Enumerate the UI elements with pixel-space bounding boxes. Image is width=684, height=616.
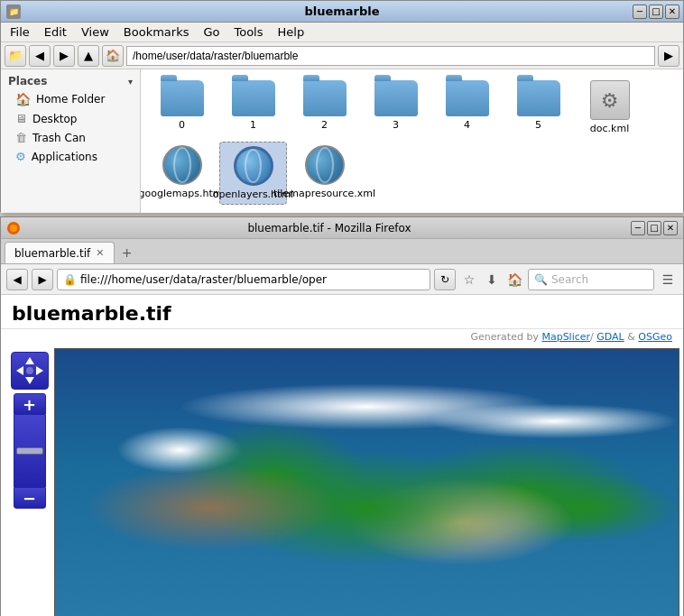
firefox-tabs: bluemarble.tif ✕ +	[1, 239, 683, 264]
folder-icon	[232, 80, 275, 116]
ff-maximize-button[interactable]: □	[647, 221, 661, 235]
close-button[interactable]: ✕	[665, 5, 679, 19]
list-item[interactable]: 0	[148, 77, 216, 138]
minimize-button[interactable]: −	[633, 5, 647, 19]
ff-close-button[interactable]: ✕	[663, 221, 678, 235]
zoom-in-button[interactable]: +	[14, 393, 46, 415]
list-item[interactable]: 2	[291, 77, 358, 138]
map-image[interactable]: 177.33336, 82.33334	[54, 348, 679, 616]
globe-icon	[234, 146, 273, 186]
list-item[interactable]: 4	[433, 77, 501, 138]
mapslicer-link[interactable]: MapSlicer	[541, 331, 590, 343]
list-item[interactable]: 5	[504, 77, 572, 138]
svg-marker-3	[25, 377, 34, 384]
osgeo-link[interactable]: OSGeo	[638, 331, 672, 343]
reload-button[interactable]: ↻	[434, 269, 456, 290]
list-item[interactable]: googlemaps.html	[148, 142, 216, 205]
list-item[interactable]: tilemapresource.xml	[291, 142, 358, 205]
address-go-button[interactable]: ▶	[658, 45, 679, 67]
kml-file-icon	[590, 80, 630, 120]
forward-button[interactable]: ▶	[53, 45, 75, 67]
page-header: bluemarble.tif	[1, 295, 683, 329]
titlebar-buttons: − □ ✕	[633, 5, 679, 19]
menu-go[interactable]: Go	[198, 23, 225, 41]
map-controls: + −	[5, 348, 54, 616]
home-ff-icon[interactable]: 🏠	[504, 270, 524, 290]
sidebar-arrow-icon: ▾	[128, 77, 133, 87]
gdal-link[interactable]: GDAL	[596, 331, 624, 343]
folder-icon	[161, 80, 204, 116]
list-item[interactable]: 1	[219, 77, 287, 138]
ff-minimize-button[interactable]: −	[631, 221, 645, 235]
list-item[interactable]: 3	[362, 77, 430, 138]
ff-titlebar-buttons: − □ ✕	[631, 221, 678, 235]
firefox-menu-button[interactable]: ☰	[658, 270, 678, 290]
new-tab-button[interactable]: +	[116, 242, 138, 263]
filemanager-window: 📁 bluemarble − □ ✕ File Edit View Bookma…	[0, 0, 684, 212]
new-folder-button[interactable]: 📁	[5, 45, 26, 67]
folder-icon	[303, 80, 347, 116]
filemanager-icon: 📁	[6, 5, 21, 19]
home-icon: 🏠	[15, 92, 31, 106]
sidebar-item-trash[interactable]: 🗑 Trash Can	[1, 128, 140, 147]
sidebar-item-applications[interactable]: ⚙ Applications	[1, 147, 140, 166]
menu-tools[interactable]: Tools	[228, 23, 268, 41]
firefox-content: bluemarble.tif Generated by MapSlicer/ G…	[1, 295, 683, 616]
up-button[interactable]: ▲	[78, 45, 99, 67]
svg-marker-4	[16, 366, 23, 375]
sidebar-item-desktop[interactable]: 🖥 Desktop	[1, 109, 140, 128]
address-bar[interactable]	[126, 46, 655, 66]
globe-icon	[162, 145, 202, 185]
home-nav-button[interactable]: 🏠	[102, 45, 124, 67]
tab-bluemarble[interactable]: bluemarble.tif ✕	[5, 242, 115, 263]
bookmark-star-icon[interactable]: ☆	[459, 270, 479, 290]
back-nav-button[interactable]: ◀	[6, 269, 28, 290]
filemanager-sidebar: Places ▾ 🏠 Home Folder 🖥 Desktop 🗑 Trash…	[1, 69, 141, 213]
folder-icon	[517, 80, 560, 116]
filemanager-title: bluemarble	[304, 5, 379, 18]
zoom-slider[interactable]	[14, 415, 46, 487]
globe-icon	[305, 145, 345, 185]
svg-marker-5	[36, 366, 43, 375]
earth-visualization	[55, 349, 679, 616]
menu-help[interactable]: Help	[273, 23, 310, 41]
back-button[interactable]: ◀	[29, 45, 51, 67]
firefox-title: bluemarble.tif - Mozilla Firefox	[28, 222, 631, 234]
filemanager-toolbar: 📁 ◀ ▶ ▲ 🏠 ▶	[1, 42, 683, 69]
lock-icon: 🔒	[63, 273, 77, 286]
menu-edit[interactable]: Edit	[39, 23, 72, 41]
zoom-handle[interactable]	[16, 447, 43, 455]
zoom-out-button[interactable]: −	[14, 487, 46, 509]
forward-nav-button[interactable]: ▶	[32, 269, 53, 290]
svg-marker-2	[25, 357, 34, 364]
svg-point-1	[10, 225, 17, 232]
tab-label: bluemarble.tif	[14, 247, 90, 260]
url-bar[interactable]: 🔒 file:///home/user/data/raster/bluemarb…	[57, 269, 430, 290]
pan-control[interactable]	[11, 352, 49, 390]
menu-file[interactable]: File	[5, 23, 35, 41]
maximize-button[interactable]: □	[649, 5, 663, 19]
sidebar-item-home[interactable]: 🏠 Home Folder	[1, 89, 140, 109]
list-item[interactable]: doc.kml	[576, 77, 643, 138]
filemanager-menubar: File Edit View Bookmarks Go Tools Help	[1, 23, 683, 42]
downloads-icon[interactable]: ⬇	[482, 270, 502, 290]
url-text: file:///home/user/data/raster/bluemarble…	[80, 273, 424, 286]
desktop-icon: 🖥	[15, 112, 27, 125]
search-placeholder: Search	[551, 273, 588, 286]
sidebar-header: Places ▾	[1, 73, 140, 89]
firefox-icon	[6, 221, 21, 235]
svg-point-6	[26, 367, 33, 374]
tab-close-button[interactable]: ✕	[96, 247, 104, 259]
page-title: bluemarble.tif	[12, 302, 672, 325]
map-area: + − 177.33336, 82.33334	[1, 345, 683, 616]
menu-view[interactable]: View	[76, 23, 115, 41]
menu-bookmarks[interactable]: Bookmarks	[118, 23, 195, 41]
search-icon: 🔍	[534, 273, 548, 286]
firefox-window: bluemarble.tif - Mozilla Firefox − □ ✕ b…	[0, 216, 684, 616]
firefox-navbar: ◀ ▶ 🔒 file:///home/user/data/raster/blue…	[1, 264, 683, 295]
filemanager-titlebar: 📁 bluemarble − □ ✕	[1, 1, 683, 23]
filemanager-body: Places ▾ 🏠 Home Folder 🖥 Desktop 🗑 Trash…	[1, 69, 683, 213]
firefox-titlebar: bluemarble.tif - Mozilla Firefox − □ ✕	[1, 217, 683, 239]
trash-icon: 🗑	[15, 131, 27, 144]
search-bar[interactable]: 🔍 Search	[528, 269, 654, 290]
